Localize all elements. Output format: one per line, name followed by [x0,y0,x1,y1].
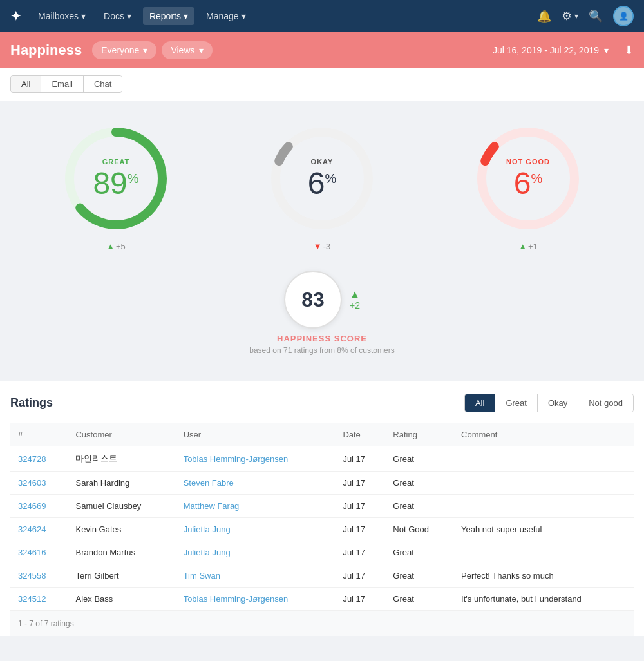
row-rating: Great [385,495,453,518]
score-circle: 83 [284,271,342,329]
nav-manage[interactable]: Manage ▾ [200,7,252,25]
row-customer: Brandon Martus [68,541,175,564]
nav-docs[interactable]: Docs ▾ [97,7,138,25]
notgood-chart: NOT GOOD 6% ▲ +1 [464,120,592,251]
row-date: Jul 17 [335,564,385,588]
views-button[interactable]: Views ▾ [162,41,212,59]
settings-icon[interactable]: ⚙▾ [562,9,578,23]
row-id[interactable]: 324603 [10,472,68,495]
col-customer: Customer [68,423,175,446]
great-center: GREAT 89% [93,158,138,199]
row-rating: Great [385,541,453,564]
ratings-header: Ratings All Great Okay Not good [10,394,634,412]
row-user[interactable]: Julietta Jung [176,541,336,564]
row-rating: Great [385,446,453,472]
rating-tab-great[interactable]: Great [495,394,538,412]
row-id[interactable]: 324512 [10,588,68,611]
row-comment: It's unfortunate, but I understand [453,588,634,611]
top-nav: ✦ Mailboxes ▾ Docs ▾ Reports ▾ Manage ▾ … [0,0,644,32]
row-user[interactable]: Julietta Jung [176,518,336,541]
row-id[interactable]: 324558 [10,564,68,588]
row-comment: Yeah not super useful [453,518,634,541]
charts-area: GREAT 89% ▲ +5 OKAY [0,101,644,381]
download-button[interactable]: ⬇ [624,43,634,57]
rating-tab-all[interactable]: All [465,394,495,412]
bell-icon[interactable]: 🔔 [537,9,551,23]
notgood-label: NOT GOOD [506,158,550,166]
nav-mailboxes[interactable]: Mailboxes ▾ [32,7,92,25]
row-id[interactable]: 324728 [10,446,68,472]
rating-tab-okay[interactable]: Okay [538,394,578,412]
col-id: # [10,423,68,446]
okay-arrow-down-icon: ▼ [314,242,322,251]
everyone-button[interactable]: Everyone ▾ [92,41,156,59]
row-date: Jul 17 [335,588,385,611]
row-comment [453,472,634,495]
tab-chat[interactable]: Chat [84,76,122,92]
row-comment: Perfect! Thanks so much [453,564,634,588]
okay-label: OKAY [308,158,337,166]
rating-tab-notgood[interactable]: Not good [578,394,633,412]
row-id[interactable]: 324624 [10,518,68,541]
col-user: User [176,423,336,446]
col-comment: Comment [453,423,634,446]
table-row: 324512 Alex Bass Tobias Hemming-Jørgense… [10,588,634,611]
tab-email[interactable]: Email [41,76,84,92]
ratings-filter-tabs: All Great Okay Not good [464,394,634,412]
great-donut: GREAT 89% [58,120,174,236]
notgood-donut: NOT GOOD 6% [470,120,586,236]
notgood-arrow-up-icon: ▲ [518,242,527,251]
great-pct: 89% [93,168,138,199]
row-comment [453,541,634,564]
row-comment [453,446,634,472]
filter-bar: All Email Chat [0,68,644,101]
row-rating: Great [385,588,453,611]
date-range-picker[interactable]: Jul 16, 2019 - Jul 22, 2019 ▾ [493,45,609,55]
search-icon[interactable]: 🔍 [589,9,603,23]
page-title: Happiness [10,42,82,59]
row-rating: Great [385,564,453,588]
notgood-center: NOT GOOD 6% [506,158,550,199]
table-row: 324616 Brandon Martus Julietta Jung Jul … [10,541,634,564]
score-circle-wrap: 83 ▲ +2 [284,271,360,329]
row-user[interactable]: Tim Swan [176,564,336,588]
row-user[interactable]: Tobias Hemming-Jørgensen [176,588,336,611]
row-comment [453,495,634,518]
row-user[interactable]: Steven Fabre [176,472,336,495]
okay-pct: 6% [308,168,337,199]
row-rating: Great [385,472,453,495]
row-customer: 마인리스트 [68,446,175,472]
row-user[interactable]: Tobias Hemming-Jørgensen [176,446,336,472]
row-id[interactable]: 324616 [10,541,68,564]
ratings-title: Ratings [10,396,464,410]
score-delta: ▲ +2 [350,289,360,311]
okay-chart: OKAY 6% ▼ -3 [258,120,386,251]
nav-reports[interactable]: Reports ▾ [143,7,194,25]
notgood-delta: ▲ +1 [518,242,538,251]
row-date: Jul 17 [335,541,385,564]
donut-charts-row: GREAT 89% ▲ +5 OKAY [13,120,631,251]
row-date: Jul 17 [335,472,385,495]
okay-center: OKAY 6% [308,158,337,199]
ratings-table: # Customer User Date Rating Comment 3247… [10,423,634,611]
logo-icon: ✦ [10,8,21,24]
table-footer: 1 - 7 of 7 ratings [10,611,634,636]
row-customer: Kevin Gates [68,518,175,541]
row-date: Jul 17 [335,495,385,518]
happiness-score-section: 83 ▲ +2 HAPPINESS SCORE based on 71 rati… [13,271,631,355]
row-customer: Alex Bass [68,588,175,611]
row-user[interactable]: Matthew Farag [176,495,336,518]
table-header-row: # Customer User Date Rating Comment [10,423,634,446]
great-label: GREAT [93,158,138,166]
table-row: 324728 마인리스트 Tobias Hemming-Jørgensen Ju… [10,446,634,472]
sub-header: Happiness Everyone ▾ Views ▾ Jul 16, 201… [0,32,644,68]
great-delta: ▲ +5 [106,242,126,251]
tab-all[interactable]: All [11,76,41,92]
col-rating: Rating [385,423,453,446]
table-row: 324624 Kevin Gates Julietta Jung Jul 17 … [10,518,634,541]
avatar[interactable]: 👤 [613,6,634,26]
col-date: Date [335,423,385,446]
row-id[interactable]: 324669 [10,495,68,518]
table-row: 324558 Terri Gilbert Tim Swan Jul 17 Gre… [10,564,634,588]
okay-donut: OKAY 6% [264,120,380,236]
